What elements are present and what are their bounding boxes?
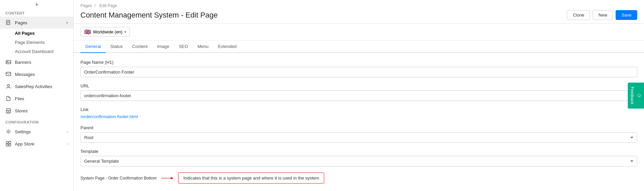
template-group: Template General Template xyxy=(80,149,637,166)
sidebar-item-stores-label: Stores xyxy=(15,108,68,113)
sidebar-section-content: CONTENT xyxy=(0,8,73,17)
svg-rect-13 xyxy=(6,144,8,146)
header-row: Content Management System - Edit Page Cl… xyxy=(80,10,637,23)
page-name-input[interactable] xyxy=(80,67,637,77)
sidebar-sub-page-elements[interactable]: Page Elements xyxy=(15,38,73,47)
breadcrumb-current: Edit Page xyxy=(99,3,117,8)
link-group: Link /orderconfirmation-footer.html xyxy=(80,107,637,119)
settings-icon xyxy=(5,129,11,135)
tab-general[interactable]: General xyxy=(80,40,105,53)
tabs-bar: General Status Content Image SEO Menu Ex… xyxy=(74,40,644,53)
header-actions: Clone New Save xyxy=(567,10,637,20)
annotation-row: System Page - Order Confirmation Bottom … xyxy=(80,172,637,187)
link-label: Link xyxy=(80,107,637,112)
svg-rect-6 xyxy=(6,72,11,76)
svg-rect-12 xyxy=(9,141,11,143)
url-group: URL xyxy=(80,83,637,101)
sidebar-item-salesrep[interactable]: SalesRep Activities xyxy=(0,80,73,92)
breadcrumb-separator: / xyxy=(94,3,95,8)
svg-point-10 xyxy=(8,131,9,133)
scroll-up-indicator: ▲ xyxy=(0,0,73,8)
sidebar-item-pages[interactable]: Pages ▾ xyxy=(0,17,73,29)
sidebar-item-stores[interactable]: Stores xyxy=(0,105,73,117)
tab-extended[interactable]: Extended xyxy=(213,40,241,53)
template-select[interactable]: General Template xyxy=(80,156,637,166)
breadcrumb-pages[interactable]: Pages xyxy=(80,3,92,8)
sidebar-item-files-label: Files xyxy=(15,96,68,101)
url-label: URL xyxy=(80,83,637,88)
annotation-arrow-icon xyxy=(161,175,174,181)
sidebar-item-appstore[interactable]: App Store › xyxy=(0,138,73,150)
main-content: Pages / Edit Page Content Management Sys… xyxy=(74,0,644,191)
sidebar-item-pages-label: Pages xyxy=(15,20,63,25)
svg-rect-4 xyxy=(6,60,11,64)
salesrep-icon xyxy=(5,83,11,89)
tab-menu[interactable]: Menu xyxy=(193,40,213,53)
url-input[interactable] xyxy=(80,90,637,101)
sidebar-item-salesrep-label: SalesRep Activities xyxy=(15,84,68,89)
page-header: Pages / Edit Page Content Management Sys… xyxy=(74,0,644,24)
files-icon xyxy=(5,96,11,102)
sidebar-item-messages[interactable]: Messages xyxy=(0,68,73,80)
save-button[interactable]: Save xyxy=(616,10,637,20)
parent-select[interactable]: Root xyxy=(80,132,637,143)
appstore-icon xyxy=(5,141,11,147)
annotation-tooltip: Indicates that this is a system page and… xyxy=(178,172,324,184)
breadcrumb: Pages / Edit Page xyxy=(80,3,637,8)
pages-icon xyxy=(5,20,11,26)
tab-seo[interactable]: SEO xyxy=(174,40,193,53)
appstore-chevron-icon: › xyxy=(67,142,68,146)
svg-rect-11 xyxy=(6,141,8,143)
locale-chevron-icon: ▾ xyxy=(124,30,126,34)
sidebar-item-banners-label: Banners xyxy=(15,60,68,65)
sidebar-item-settings-label: Settings xyxy=(15,129,64,134)
locale-bar: 🇬🇧 Worldwide (en) ▾ xyxy=(74,24,644,40)
new-button[interactable]: New xyxy=(593,10,613,20)
svg-rect-14 xyxy=(9,144,11,146)
feedback-label: Feedback xyxy=(630,87,635,105)
feedback-smiley-icon: ☺ xyxy=(637,92,642,99)
tab-content[interactable]: Content xyxy=(127,40,152,53)
system-page-label: System Page - Order Confirmation Bottom xyxy=(80,176,157,181)
feedback-tab[interactable]: ☺ Feedback xyxy=(628,83,644,109)
page-name-group: Page Name (H1) xyxy=(80,60,637,77)
locale-label: Worldwide (en) xyxy=(93,29,122,34)
sidebar-item-files[interactable]: Files xyxy=(0,92,73,105)
banners-icon xyxy=(5,59,11,65)
link-value[interactable]: /orderconfirmation-footer.html xyxy=(80,114,138,119)
sidebar-item-messages-label: Messages xyxy=(15,72,68,77)
sidebar-item-banners[interactable]: Banners xyxy=(0,56,73,68)
stores-icon xyxy=(5,108,11,114)
sidebar-sub-all-pages[interactable]: All Pages xyxy=(15,29,73,38)
sidebar-item-settings[interactable]: Settings › xyxy=(0,126,73,138)
sidebar: ▲ CONTENT Pages ▾ All Pages Page Element… xyxy=(0,0,74,191)
locale-flag: 🇬🇧 xyxy=(84,29,91,35)
page-name-label: Page Name (H1) xyxy=(80,60,637,65)
messages-icon xyxy=(5,71,11,77)
page-title: Content Management System - Edit Page xyxy=(80,11,218,20)
sidebar-sub-account-dashboard[interactable]: Account Dashboard xyxy=(15,47,73,56)
sidebar-pages-submenu: All Pages Page Elements Account Dashboar… xyxy=(0,29,73,56)
sidebar-section-config: CONFIGURATION xyxy=(0,117,73,126)
tab-image[interactable]: Image xyxy=(152,40,174,53)
tab-status[interactable]: Status xyxy=(105,40,127,53)
parent-label: Parent xyxy=(80,125,637,130)
svg-point-7 xyxy=(7,84,9,86)
sidebar-item-appstore-label: App Store xyxy=(15,141,64,146)
form-area: Page Name (H1) URL Link /orderconfirmati… xyxy=(74,53,644,191)
svg-marker-16 xyxy=(171,177,174,179)
parent-group: Parent Root xyxy=(80,125,637,143)
settings-chevron-icon: › xyxy=(67,130,68,134)
pages-chevron-icon: ▾ xyxy=(66,21,68,25)
template-label: Template xyxy=(80,149,637,154)
locale-selector[interactable]: 🇬🇧 Worldwide (en) ▾ xyxy=(80,27,130,37)
clone-button[interactable]: Clone xyxy=(567,10,590,20)
svg-rect-8 xyxy=(6,110,10,113)
